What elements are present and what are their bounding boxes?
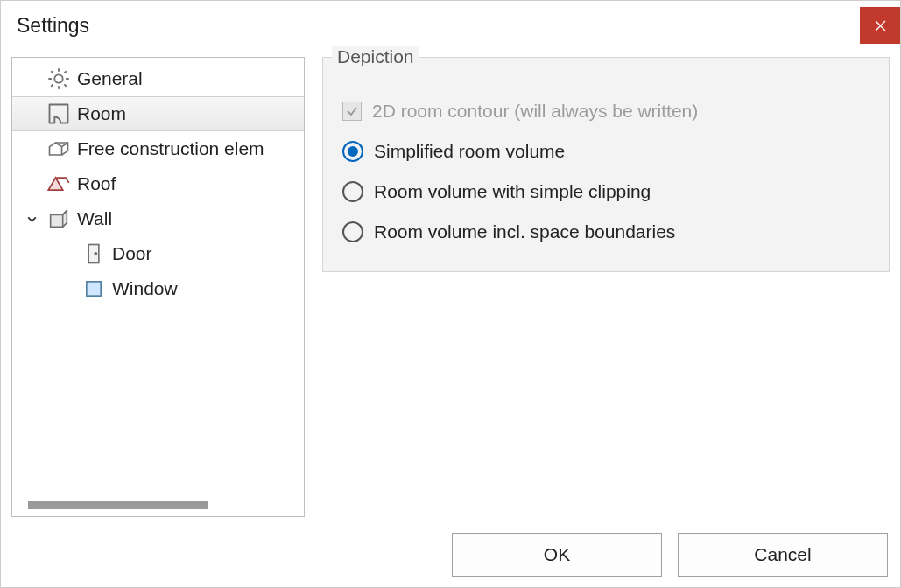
close-icon	[875, 20, 886, 32]
ok-button[interactable]: OK	[452, 533, 662, 577]
depiction-groupbox: Depiction 2D room contour (will always b…	[322, 57, 890, 272]
tree-item-window[interactable]: Window	[12, 271, 304, 306]
tree: General Room Free construction elem	[12, 58, 304, 310]
svg-rect-3	[87, 282, 101, 296]
svg-point-0	[54, 74, 62, 82]
dialog-footer: OK Cancel	[440, 524, 900, 587]
gear-icon	[44, 66, 74, 91]
tree-label: Window	[110, 278, 178, 299]
horizontal-scrollbar[interactable]	[15, 498, 301, 514]
tree-label: General	[75, 68, 143, 89]
window-title: Settings	[17, 14, 89, 38]
roof-icon	[44, 172, 74, 196]
svg-point-2	[95, 253, 96, 255]
tree-item-room[interactable]: Room	[12, 96, 304, 131]
room-icon	[44, 102, 74, 126]
free-construction-icon	[44, 136, 74, 161]
radio-simple-clipping[interactable]: Room volume with simple clipping	[342, 172, 869, 212]
button-label: OK	[544, 544, 570, 565]
radio-icon	[342, 141, 363, 162]
tree-label: Free construction elem	[75, 138, 264, 159]
checkbox-icon	[342, 102, 362, 121]
tree-item-free-construction[interactable]: Free construction elem	[12, 131, 304, 166]
titlebar: Settings	[1, 1, 900, 50]
radio-icon	[342, 181, 363, 202]
tree-label: Room	[75, 103, 126, 124]
expander-collapse[interactable]	[21, 214, 42, 225]
scrollbar-thumb[interactable]	[28, 501, 208, 509]
wall-icon	[44, 206, 74, 231]
content-panel: Depiction 2D room contour (will always b…	[322, 57, 890, 517]
tree-item-general[interactable]: General	[12, 61, 304, 96]
radio-simplified-volume[interactable]: Simplified room volume	[342, 131, 869, 172]
button-label: Cancel	[754, 544, 811, 565]
checkbox-2d-contour: 2D room contour (will always be written)	[342, 91, 869, 131]
radio-icon	[342, 221, 363, 242]
tree-item-door[interactable]: Door	[12, 236, 304, 271]
window-icon	[79, 276, 109, 301]
tree-item-wall[interactable]: Wall	[12, 201, 304, 236]
tree-label: Door	[110, 243, 152, 264]
groupbox-title: Depiction	[332, 46, 419, 67]
radio-label: Room volume with simple clipping	[374, 181, 651, 202]
tree-label: Wall	[75, 208, 112, 229]
close-button[interactable]	[860, 7, 900, 44]
radio-label: Room volume incl. space boundaries	[374, 221, 675, 242]
tree-label: Roof	[75, 173, 116, 194]
chevron-down-icon	[26, 214, 38, 225]
door-icon	[79, 242, 109, 266]
tree-item-roof[interactable]: Roof	[12, 166, 304, 201]
radio-label: Simplified room volume	[374, 141, 565, 162]
sidebar: General Room Free construction elem	[11, 57, 305, 517]
checkbox-label: 2D room contour (will always be written)	[372, 101, 698, 122]
radio-space-boundaries[interactable]: Room volume incl. space boundaries	[342, 212, 869, 252]
dialog-body: General Room Free construction elem	[1, 50, 900, 524]
cancel-button[interactable]: Cancel	[678, 533, 888, 577]
